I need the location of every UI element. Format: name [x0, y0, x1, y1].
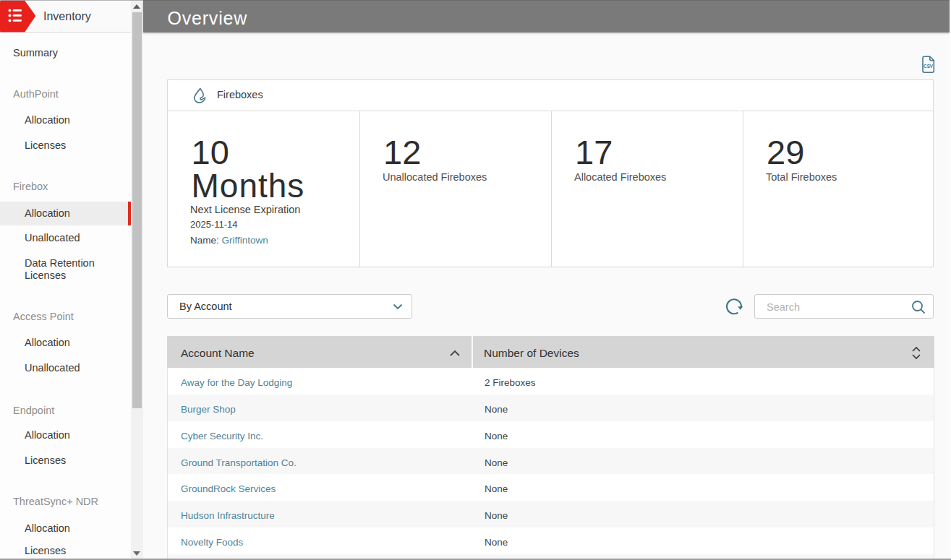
svg-text:CSV: CSV — [924, 64, 934, 69]
